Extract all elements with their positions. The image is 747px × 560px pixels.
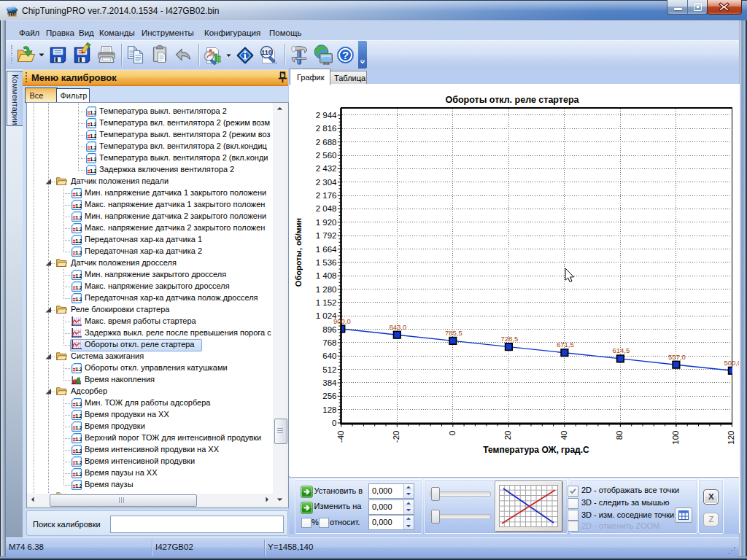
svg-text:896: 896 <box>322 325 336 334</box>
svg-text:1 408: 1 408 <box>316 271 337 280</box>
svg-text:120: 120 <box>727 431 735 445</box>
svg-text:1 280: 1 280 <box>316 285 337 294</box>
svg-text:Обороты откл. реле стартера: Обороты откл. реле стартера <box>446 95 580 105</box>
svg-text:2 944: 2 944 <box>316 111 337 120</box>
svg-text:512: 512 <box>322 365 336 374</box>
svg-text:-40: -40 <box>336 431 345 443</box>
svg-text:1 792: 1 792 <box>316 231 337 240</box>
svg-text:1 152: 1 152 <box>316 298 337 307</box>
svg-text:2 432: 2 432 <box>316 164 337 173</box>
svg-text:1 920: 1 920 <box>316 218 337 227</box>
svg-text:20: 20 <box>503 431 512 440</box>
svg-text:Обороты, об/мин: Обороты, об/мин <box>294 218 303 287</box>
svg-text:110: 110 <box>261 49 272 56</box>
svg-text:40: 40 <box>560 431 568 440</box>
svg-text:100: 100 <box>671 431 680 445</box>
svg-text:2 688: 2 688 <box>316 138 337 147</box>
svg-text:614,5: 614,5 <box>613 346 630 354</box>
svg-text:785,5: 785,5 <box>445 329 462 337</box>
svg-text:768: 768 <box>322 338 336 347</box>
svg-text:671,5: 671,5 <box>557 341 574 349</box>
svg-text:1 664: 1 664 <box>316 245 337 254</box>
svg-text:2 560: 2 560 <box>316 151 337 160</box>
svg-text:256: 256 <box>322 392 336 400</box>
svg-text:Температура ОЖ, град.С: Температура ОЖ, град.С <box>483 445 589 455</box>
svg-text:640: 640 <box>322 351 336 360</box>
svg-text:2 304: 2 304 <box>316 178 337 187</box>
svg-text:728,5: 728,5 <box>501 335 519 343</box>
svg-text:?: ? <box>342 49 349 61</box>
svg-text:1 536: 1 536 <box>316 258 337 267</box>
svg-text:128: 128 <box>322 405 336 414</box>
svg-text:2 816: 2 816 <box>316 124 337 133</box>
svg-text:500,0: 500,0 <box>724 359 739 367</box>
svg-text:557,0: 557,0 <box>668 353 686 361</box>
svg-text:80: 80 <box>615 431 624 440</box>
svg-text:843,0: 843,0 <box>389 323 406 331</box>
svg-text:2 048: 2 048 <box>316 204 337 213</box>
svg-text:2 176: 2 176 <box>316 191 337 200</box>
svg-text:384: 384 <box>322 378 337 387</box>
svg-text:0: 0 <box>448 431 457 435</box>
svg-text:-20: -20 <box>392 431 400 443</box>
svg-text:0: 0 <box>332 419 336 427</box>
svg-text:900,0: 900,0 <box>333 317 351 325</box>
